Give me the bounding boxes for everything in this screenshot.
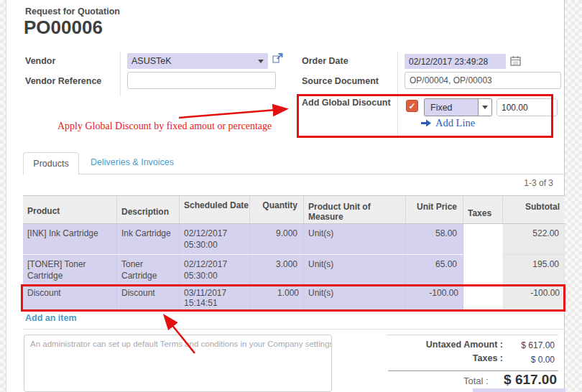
table-cell[interactable]: Toner Cartridge xyxy=(117,255,180,286)
products-table: ProductDescriptionScheduled DateQuantity… xyxy=(23,195,565,312)
external-link-icon[interactable] xyxy=(272,52,284,65)
column-header[interactable]: Scheduled Date xyxy=(180,196,250,223)
table-cell[interactable]: 03/11/2017 15:14:51 xyxy=(180,286,250,312)
table-cell[interactable]: Unit(s) xyxy=(304,286,406,312)
add-line-button[interactable]: Add Line xyxy=(421,117,475,129)
document-type-label: Request for Quotation xyxy=(25,6,120,17)
totals-divider xyxy=(388,370,558,371)
tab-products[interactable]: Products xyxy=(23,152,79,174)
arrow-right-icon xyxy=(421,119,431,127)
vendor-reference-label: Vendor Reference xyxy=(25,76,101,86)
discount-type-select[interactable]: Fixed xyxy=(424,98,492,116)
table-cell[interactable]: Discount xyxy=(23,286,117,312)
table-cell[interactable]: Discount xyxy=(117,286,180,312)
global-discount-checkbox[interactable]: ✓ xyxy=(406,100,418,112)
total-highlight xyxy=(473,388,565,392)
totals-top-divider xyxy=(387,335,558,335)
screenshot-canvas: Request for Quotation PO00006 Vendor ASU… xyxy=(0,0,582,392)
table-cell[interactable]: Unit(s) xyxy=(304,224,406,255)
discount-type-value: Fixed xyxy=(425,99,478,116)
table-cell[interactable] xyxy=(463,286,503,312)
source-document-input[interactable] xyxy=(405,72,561,89)
order-date-label: Order Date xyxy=(302,56,348,66)
table-cell[interactable]: 1.000 xyxy=(250,286,304,312)
caret-down-icon xyxy=(258,60,264,63)
untaxed-amount-value: $ 617.00 xyxy=(483,340,555,350)
tab-products-label: Products xyxy=(33,159,68,169)
column-header[interactable]: Unit Price xyxy=(406,196,463,223)
table-row[interactable]: [TONER] Toner CartridgeToner Cartridge02… xyxy=(23,255,565,286)
table-row[interactable]: [INK] Ink CartridgeInk Cartridge02/12/20… xyxy=(23,224,565,255)
pager: 1-3 of 3 xyxy=(524,178,553,188)
add-an-item-link[interactable]: Add an item xyxy=(25,313,77,323)
column-header[interactable]: Product xyxy=(23,196,117,223)
table-cell[interactable] xyxy=(463,255,503,286)
annotation-discount-note: Apply Global Discount by fixed amout or … xyxy=(57,121,272,132)
vendor-reference-input[interactable] xyxy=(127,72,276,89)
table-cell[interactable]: 3.000 xyxy=(250,255,304,286)
vendor-select[interactable]: ASUSTeK xyxy=(127,53,268,69)
table-cell[interactable]: 9.000 xyxy=(250,224,304,255)
column-header[interactable]: Product Unit of Measure xyxy=(304,196,406,223)
vendor-label: Vendor xyxy=(25,56,55,66)
table-cell[interactable] xyxy=(463,224,503,255)
table-cell[interactable]: 02/12/2017 05:30:00 xyxy=(180,255,250,286)
table-body: [INK] Ink CartridgeInk Cartridge02/12/20… xyxy=(23,224,565,312)
caret-down-icon xyxy=(478,99,491,116)
table-cell[interactable]: -100.00 xyxy=(406,286,463,312)
section-divider xyxy=(23,329,565,330)
vendor-value: ASUSTeK xyxy=(131,56,258,66)
table-cell[interactable]: 522.00 xyxy=(503,224,565,255)
table-cell[interactable]: 195.00 xyxy=(503,255,565,286)
column-header[interactable]: Quantity xyxy=(250,196,304,223)
table-cell[interactable]: [TONER] Toner Cartridge xyxy=(23,255,117,286)
page-title: PO00006 xyxy=(24,17,103,39)
taxes-value: $ 0.00 xyxy=(483,355,555,365)
column-header[interactable]: Taxes xyxy=(463,196,503,223)
global-discount-label: Add Global Disocunt xyxy=(302,98,391,108)
table-cell[interactable]: 65.00 xyxy=(406,255,463,286)
add-line-label: Add Line xyxy=(435,117,475,129)
tab-divider xyxy=(23,174,565,174)
form-divider xyxy=(397,52,398,136)
check-icon: ✓ xyxy=(408,101,415,111)
order-date-value: 02/12/2017 23:49:28 xyxy=(409,57,488,67)
total-value: $ 617.00 xyxy=(485,372,557,388)
table-header: ProductDescriptionScheduled DateQuantity… xyxy=(23,195,565,224)
tab-deliveries-invoices[interactable]: Deliveries & Invoices xyxy=(91,157,174,167)
table-cell[interactable]: -100.00 xyxy=(503,286,565,312)
order-date-field[interactable]: 02/12/2017 23:49:28 xyxy=(405,54,506,69)
column-header[interactable]: Description xyxy=(117,196,180,223)
source-document-label: Source Document xyxy=(302,76,379,86)
table-row[interactable]: DiscountDiscount03/11/2017 15:14:511.000… xyxy=(23,286,565,312)
discount-amount-input[interactable] xyxy=(496,98,558,116)
table-cell[interactable]: Ink Cartridge xyxy=(117,224,180,255)
terms-notes-box[interactable]: An administrator can set up default Term… xyxy=(24,335,332,392)
form-divider xyxy=(120,52,121,96)
table-cell[interactable]: [INK] Ink Cartridge xyxy=(23,224,117,255)
table-cell[interactable]: Unit(s) xyxy=(304,255,406,286)
column-header[interactable]: Subtotal xyxy=(503,196,565,223)
table-cell[interactable]: 58.00 xyxy=(406,224,463,255)
table-cell[interactable]: 02/12/2017 05:30:00 xyxy=(180,224,250,255)
calendar-icon[interactable] xyxy=(510,55,521,66)
